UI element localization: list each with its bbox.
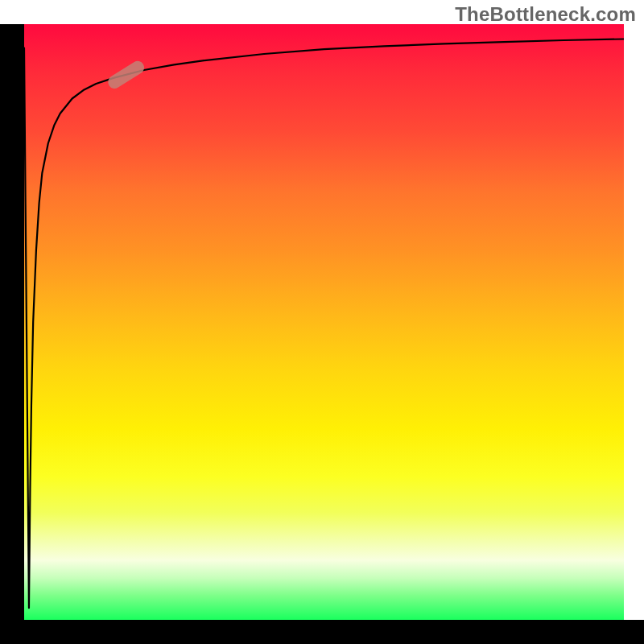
highlight-marker-pill: [105, 59, 147, 91]
bottleneck-curve: [24, 39, 624, 609]
highlight-marker: [105, 59, 147, 91]
curve-layer: [24, 24, 624, 620]
y-axis-border: [0, 24, 24, 644]
chart-canvas: TheBottleneck.com: [0, 0, 644, 644]
watermark-label: TheBottleneck.com: [455, 3, 636, 26]
x-axis-border: [0, 620, 644, 644]
